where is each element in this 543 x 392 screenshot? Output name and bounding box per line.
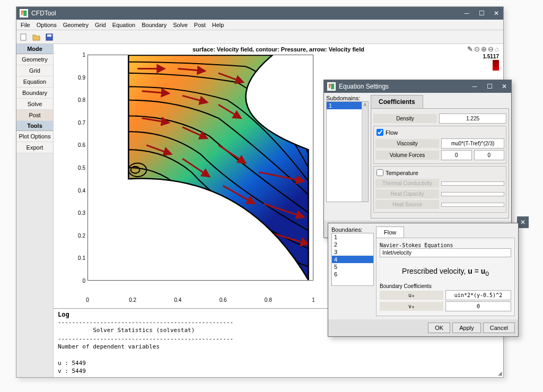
sidebar-item-post[interactable]: Post [16,110,53,121]
plot-toolbar: ✎ ⊙ ⊕ ⊖ ⌂ [467,45,499,53]
bc-ok-button[interactable]: OK [428,323,450,333]
eq-maximize-button[interactable]: ☐ [486,83,493,90]
svg-line-23 [187,195,214,217]
ytick: 0.9 [72,74,85,80]
boundary-item-selected[interactable]: 4 [332,256,373,263]
flow-checkbox[interactable] [376,129,383,136]
svg-line-25 [259,258,299,271]
volforce-y-field[interactable]: 0 [474,150,505,160]
sidebar-item-geometry[interactable]: Geometry [16,54,53,65]
minimize-button[interactable]: ─ [463,10,470,17]
u0-field[interactable]: uin*2*(y-0.5)^2 [445,290,511,300]
bc-close-button[interactable]: ✕ [517,216,529,228]
v0-field[interactable]: 0 [445,301,511,311]
boundaries-label: Boundaries: [331,227,374,233]
ytick: 0.5 [72,165,85,171]
sidebar-header-tools: Tools [16,121,53,131]
temperature-checkbox-row[interactable]: Temperature [375,168,504,177]
plot-title: surface: Velocity field, contour: Pressu… [192,46,364,53]
ytick: 0.3 [72,210,85,216]
axes-frame[interactable] [87,55,313,281]
eq-minimize-button[interactable]: ─ [471,83,478,90]
ytick: 0.7 [72,119,85,125]
bc-equation-name: Navier-Stokes Equations [380,242,511,248]
eq-close-button[interactable]: ✕ [501,83,508,90]
density-field[interactable]: 1.225 [439,114,506,124]
titlebar: CFDTool ─ ☐ ✕ [16,7,503,20]
boundary-item[interactable]: 2 [332,241,373,248]
home-icon[interactable]: ⌂ [495,45,499,53]
density-label: Density [373,114,437,123]
xtick: 0.8 [265,297,272,303]
ytick: 0.8 [72,97,85,103]
ytick: 0.1 [72,255,85,261]
temperature-checkbox[interactable] [376,169,383,176]
bc-type-select[interactable]: Inlet/velocity [380,248,511,257]
maximize-button[interactable]: ☐ [478,10,485,17]
open-button[interactable] [31,32,42,42]
boundary-item[interactable]: 3 [332,248,373,256]
bc-apply-button[interactable]: Apply [452,323,481,333]
zoom-in-icon[interactable]: ⊕ [481,45,487,53]
bc-cancel-button[interactable]: Cancel [483,323,515,333]
menu-grid[interactable]: Grid [93,21,108,29]
toolbar [16,30,503,44]
heatsrc-field [441,203,504,207]
sidebar-item-export[interactable]: Export [16,142,53,153]
ytick: 0.2 [72,232,85,238]
xtick: 0 [86,297,89,303]
equation-settings-dialog: Equation Settings ─ ☐ ✕ Subdomains: 1 Co… [323,80,512,238]
xtick: 0.4 [174,297,181,303]
eq-app-icon [327,82,336,91]
viscosity-field[interactable]: mu0*(T-Tref)^(2/3) [441,138,504,149]
zoom-out-icon[interactable]: ⊖ [488,45,494,53]
boundary-item[interactable]: 6 [332,271,373,278]
ytick: 0.4 [72,187,85,193]
volforce-x-field[interactable]: 0 [441,150,472,160]
sidebar-item-equation[interactable]: Equation [16,76,53,88]
app-title: CFDTool [31,10,463,17]
boundary-item[interactable]: 1 [332,233,373,241]
boundaries-listbox[interactable]: 1 2 3 4 5 6 [331,233,374,286]
svg-rect-2 [47,34,51,37]
menu-equation[interactable]: Equation [110,21,137,29]
ytick: 1 [72,52,85,58]
menu-post[interactable]: Post [192,21,208,29]
sidebar-item-grid[interactable]: Grid [16,65,53,76]
flow-checkbox-row[interactable]: Flow [375,128,504,137]
menu-solve[interactable]: Solve [171,21,190,29]
u0-label: u₀ [380,291,443,300]
menu-file[interactable]: File [19,21,32,29]
tab-coefficients[interactable]: Coefficients [371,95,423,108]
tab-flow[interactable]: Flow [376,227,404,238]
menu-boundary[interactable]: Boundary [139,21,169,29]
brush-icon[interactable]: ✎ [467,45,473,53]
subdomains-scrollbar[interactable] [362,102,368,202]
app-icon [20,9,28,18]
sidebar-item-plot-options[interactable]: Plot Options [16,131,53,142]
menu-geometry[interactable]: Geometry [61,21,91,29]
ytick: 0.6 [72,142,85,148]
close-button[interactable]: ✕ [493,10,500,17]
cursor-icon[interactable]: ⊙ [474,45,480,53]
resize-grip-icon[interactable]: ◢ [498,370,502,376]
menubar: File Options Geometry Grid Equation Boun… [16,20,503,30]
cfd-plot-svg [88,55,313,280]
menu-options[interactable]: Options [34,21,59,29]
new-button[interactable] [19,32,29,42]
save-button[interactable] [44,32,55,42]
sidebar-item-boundary[interactable]: Boundary [16,88,53,99]
ytick: 0 [72,278,85,284]
subdomains-listbox[interactable]: 1 [326,101,369,202]
menu-help[interactable]: Help [210,21,226,29]
svg-rect-0 [21,34,26,40]
xtick: 0.2 [129,297,136,303]
sidebar: Mode Geometry Grid Equation Boundary Sol… [16,44,54,377]
sidebar-header-mode: Mode [16,44,53,54]
sidebar-item-solve[interactable]: Solve [16,99,53,110]
thermal-label: Thermal Conductivity [375,179,439,188]
boundary-item[interactable]: 5 [332,263,373,271]
v0-label: v₀ [380,302,443,311]
xtick: 1 [312,297,315,303]
svg-line-24 [218,226,250,244]
